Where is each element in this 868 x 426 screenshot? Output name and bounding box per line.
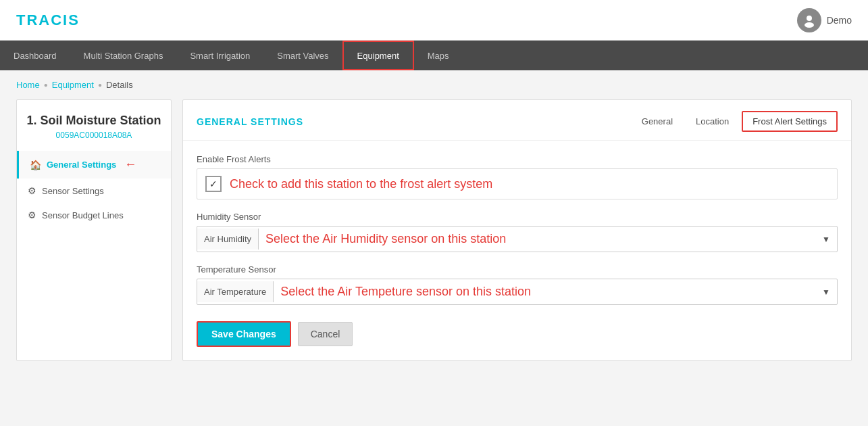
frost-alerts-group: Enable Frost Alerts ✓ Check to add this …	[197, 154, 838, 199]
content-body: Enable Frost Alerts ✓ Check to add this …	[183, 141, 851, 360]
nav-item-maps[interactable]: Maps	[414, 41, 463, 70]
nav-bar: Dashboard Multi Station Graphs Smart Irr…	[0, 41, 868, 70]
breadcrumb-details: Details	[106, 80, 133, 90]
svg-point-1	[805, 22, 814, 28]
breadcrumb-home[interactable]: Home	[16, 80, 40, 90]
humidity-prefix: Air Humidity	[197, 229, 259, 250]
top-header: TRACIS Demo	[0, 0, 868, 41]
gear-icon-sensor: ⚙	[28, 185, 36, 196]
sidebar-label-general-settings: General Settings	[47, 160, 116, 170]
nav-item-smart-irrigation[interactable]: Smart Irrigation	[176, 41, 263, 70]
svg-point-0	[807, 16, 812, 21]
content-title: GENERAL SETTINGS	[197, 116, 303, 127]
sidebar: 1. Soil Moisture Station 0059AC000018A08…	[16, 99, 172, 361]
breadcrumb-sep-1: ●	[44, 81, 48, 89]
arrow-icon: ←	[124, 158, 136, 172]
user-area: Demo	[797, 8, 852, 32]
frost-alerts-label: Enable Frost Alerts	[197, 154, 838, 164]
checkmark-icon: ✓	[209, 179, 218, 189]
station-name: 1. Soil Moisture Station	[17, 114, 171, 131]
breadcrumb-sep-2: ●	[98, 81, 102, 89]
tab-frost-alert-settings[interactable]: Frost Alert Settings	[742, 111, 838, 132]
home-icon: 🏠	[30, 160, 41, 170]
gear-icon-budget: ⚙	[28, 210, 36, 220]
humidity-dropdown-arrow-icon: ▼	[815, 229, 837, 250]
content-header: GENERAL SETTINGS General Location Frost …	[183, 100, 851, 141]
action-row: Save Changes Cancel	[197, 321, 838, 347]
user-name: Demo	[827, 15, 852, 26]
frost-alert-row: ✓ Check to add this station to the frost…	[197, 168, 838, 199]
temperature-sensor-label: Temperature Sensor	[197, 264, 838, 275]
main-layout: 1. Soil Moisture Station 0059AC000018A08…	[16, 99, 852, 361]
humidity-sensor-label: Humidity Sensor	[197, 212, 838, 222]
temperature-prefix: Air Temperature	[197, 281, 274, 302]
station-id: 0059AC000018A08A	[17, 131, 171, 140]
save-button[interactable]: Save Changes	[197, 321, 291, 347]
temperature-dropdown-arrow-icon: ▼	[815, 282, 837, 302]
nav-item-dashboard[interactable]: Dashboard	[0, 41, 70, 70]
humidity-sensor-group: Humidity Sensor Air Humidity Select the …	[197, 212, 838, 252]
breadcrumb: Home ● Equipment ● Details	[0, 70, 868, 99]
tab-location[interactable]: Location	[686, 111, 739, 132]
temperature-sensor-select[interactable]: Air Temperature Select the Air Tempeture…	[197, 279, 838, 305]
nav-item-multi-station-graphs[interactable]: Multi Station Graphs	[70, 41, 177, 70]
temperature-sensor-group: Temperature Sensor Air Temperature Selec…	[197, 264, 838, 305]
tab-group: General Location Frost Alert Settings	[632, 111, 838, 132]
frost-alert-checkbox[interactable]: ✓	[205, 176, 222, 192]
sidebar-label-sensor-settings: Sensor Settings	[42, 186, 104, 196]
nav-item-smart-valves[interactable]: Smart Valves	[263, 41, 342, 70]
humidity-hint-text: Select the Air Humidity sensor on this s…	[259, 227, 815, 252]
frost-alert-hint-text: Check to add this station to the frost a…	[230, 177, 492, 191]
sidebar-item-general-settings[interactable]: 🏠 General Settings ←	[17, 151, 171, 179]
tab-general[interactable]: General	[632, 111, 683, 132]
cancel-button[interactable]: Cancel	[298, 322, 353, 346]
avatar	[797, 8, 821, 32]
sidebar-item-sensor-budget-lines[interactable]: ⚙ Sensor Budget Lines	[17, 203, 171, 227]
sidebar-item-sensor-settings[interactable]: ⚙ Sensor Settings	[17, 179, 171, 203]
sidebar-label-sensor-budget-lines: Sensor Budget Lines	[42, 210, 124, 220]
temperature-hint-text: Select the Air Tempeture sensor on this …	[274, 279, 815, 304]
logo: TRACIS	[16, 11, 80, 29]
content-panel: GENERAL SETTINGS General Location Frost …	[182, 99, 852, 361]
nav-item-equipment[interactable]: Equipment	[342, 41, 414, 70]
humidity-sensor-select[interactable]: Air Humidity Select the Air Humidity sen…	[197, 226, 838, 252]
breadcrumb-equipment[interactable]: Equipment	[52, 80, 94, 90]
